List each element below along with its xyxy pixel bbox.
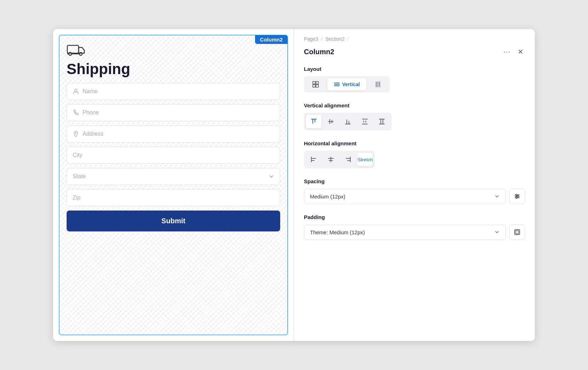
svg-rect-0 <box>67 45 79 53</box>
columns-icon <box>375 81 381 88</box>
svg-rect-7 <box>313 82 315 84</box>
svg-point-1 <box>69 52 72 55</box>
phone-placeholder: Phone <box>83 110 99 116</box>
vertical-alignment-section: Vertical alignment <box>304 102 525 130</box>
svg-point-51 <box>517 196 519 197</box>
padding-section: Padding Theme: Medium (12px) <box>304 214 525 240</box>
city-placeholder: City <box>73 152 83 158</box>
spacing-dropdown-row: Medium (12px) <box>304 189 525 204</box>
state-placeholder: State <box>73 173 86 180</box>
horizontal-align-group: Stretch <box>304 151 375 168</box>
valign-distribute-btn[interactable] <box>357 115 373 128</box>
padding-dropdown[interactable]: Theme: Medium (12px) <box>304 225 506 240</box>
svg-point-52 <box>516 197 517 198</box>
svg-point-2 <box>79 52 82 55</box>
person-icon <box>73 88 79 95</box>
padding-adjust-icon <box>514 229 520 235</box>
halign-stretch-btn[interactable]: Stretch <box>357 153 373 166</box>
breadcrumb: Page3 / Section2 / <box>304 36 525 42</box>
column2-badge: Column2 <box>255 35 288 44</box>
vertical-alignment-label: Vertical alignment <box>304 102 525 108</box>
padding-chevron-icon <box>494 229 500 235</box>
panel-title: Column2 <box>304 48 334 56</box>
shipping-title: Shipping <box>67 61 280 77</box>
align-left-icon <box>310 156 318 163</box>
svg-point-50 <box>516 194 517 196</box>
address-field[interactable]: Address <box>67 125 280 142</box>
left-panel: Column2 Shipping Name <box>53 29 294 341</box>
halign-left-btn[interactable] <box>306 153 322 166</box>
padding-label: Padding <box>304 214 525 220</box>
layout-vertical-btn[interactable]: Vertical <box>327 78 366 90</box>
horizontal-alignment-section: Horizontal alignment <box>304 140 525 168</box>
form-fields: Name Phone Address <box>67 83 280 206</box>
form-canvas: Column2 Shipping Name <box>59 35 288 335</box>
name-field[interactable]: Name <box>67 83 280 100</box>
spacing-dropdown[interactable]: Medium (12px) <box>304 189 506 204</box>
svg-point-5 <box>75 89 77 92</box>
align-distribute-icon <box>361 118 369 125</box>
svg-rect-53 <box>515 230 520 235</box>
breadcrumb-page[interactable]: Page3 <box>304 36 318 42</box>
location-icon <box>73 131 79 137</box>
right-panel: Page3 / Section2 / Column2 ⋯ ✕ Layout <box>294 29 535 341</box>
spacing-value: Medium (12px) <box>310 194 345 200</box>
padding-customize-btn[interactable] <box>509 224 525 240</box>
layout-grid-btn[interactable] <box>306 78 325 90</box>
zip-field[interactable]: Zip <box>67 189 280 206</box>
valign-stretch-btn[interactable] <box>374 115 390 128</box>
halign-center-btn[interactable] <box>323 153 339 166</box>
padding-dropdown-row: Theme: Medium (12px) <box>304 224 525 240</box>
svg-rect-9 <box>313 85 315 87</box>
address-placeholder: Address <box>83 131 103 137</box>
vertical-align-group <box>304 113 392 130</box>
panel-header: Column2 ⋯ ✕ <box>304 46 525 57</box>
main-container: Column2 Shipping Name <box>53 29 535 341</box>
truck-icon <box>67 43 85 57</box>
align-hcenter-icon <box>327 156 335 163</box>
submit-button[interactable]: Submit <box>67 211 280 231</box>
layout-columns-btn[interactable] <box>368 78 388 90</box>
layout-label: Layout <box>304 66 525 72</box>
name-placeholder: Name <box>83 88 98 95</box>
sliders-icon <box>514 193 520 200</box>
spacing-chevron-icon <box>494 194 500 199</box>
phone-field[interactable]: Phone <box>67 104 280 121</box>
halign-right-btn[interactable] <box>340 153 356 166</box>
grid-icon <box>312 81 319 88</box>
svg-point-6 <box>75 133 77 134</box>
panel-actions: ⋯ ✕ <box>502 46 525 57</box>
valign-bottom-btn[interactable] <box>340 115 356 128</box>
breadcrumb-section[interactable]: Section2 <box>325 36 344 42</box>
chevron-down-icon <box>268 174 274 179</box>
horizontal-alignment-label: Horizontal alignment <box>304 140 525 146</box>
padding-value: Theme: Medium (12px) <box>310 229 365 235</box>
align-vstretch-icon <box>378 118 386 125</box>
zip-placeholder: Zip <box>73 195 80 201</box>
halign-stretch-label: Stretch <box>358 157 373 162</box>
spacing-label: Spacing <box>304 178 525 184</box>
breadcrumb-sep2: / <box>347 36 349 42</box>
spacing-section: Spacing Medium (12px) <box>304 178 525 204</box>
state-field[interactable]: State <box>67 168 280 185</box>
spacing-customize-btn[interactable] <box>509 189 525 204</box>
svg-rect-10 <box>316 85 318 87</box>
svg-rect-54 <box>516 231 519 234</box>
breadcrumb-sep1: / <box>321 36 322 42</box>
close-button[interactable]: ✕ <box>516 46 525 57</box>
layout-vertical-label: Vertical <box>342 82 360 87</box>
phone-icon <box>73 110 79 116</box>
align-top-icon <box>310 118 318 125</box>
layout-btn-group: Vertical <box>304 76 390 92</box>
svg-rect-8 <box>316 82 318 84</box>
align-right-icon <box>344 156 352 163</box>
valign-top-btn[interactable] <box>306 115 322 128</box>
layout-section: Layout Vertical <box>304 66 525 92</box>
vertical-lines-icon <box>334 81 340 88</box>
more-options-button[interactable]: ⋯ <box>502 46 512 57</box>
valign-center-btn[interactable] <box>323 115 339 128</box>
align-vcenter-icon <box>327 118 335 125</box>
city-field[interactable]: City <box>67 147 280 164</box>
align-bottom-icon <box>344 118 352 125</box>
